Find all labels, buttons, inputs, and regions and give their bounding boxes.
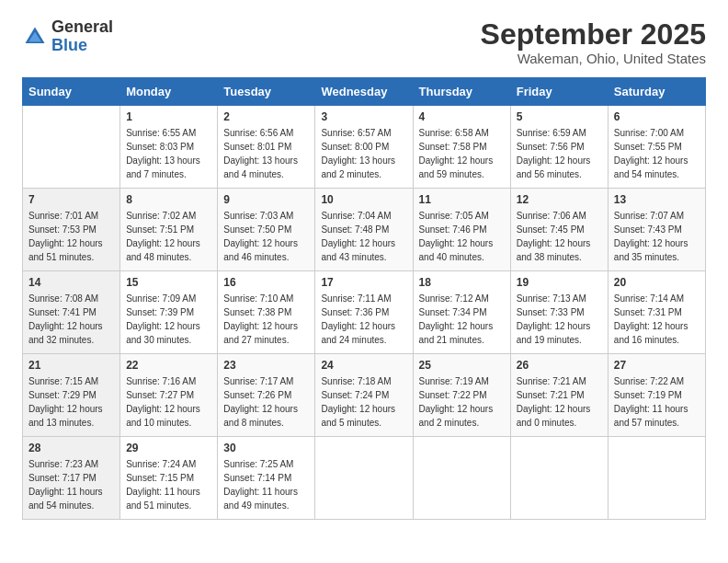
day-number: 4 [419,110,505,123]
header-monday: Monday [120,78,218,106]
calendar-cell: 10Sunrise: 7:04 AM Sunset: 7:48 PM Dayli… [315,189,413,271]
day-info: Sunrise: 6:55 AM Sunset: 8:03 PM Dayligh… [126,126,211,181]
day-info: Sunrise: 6:56 AM Sunset: 8:01 PM Dayligh… [223,126,309,181]
logo-icon [22,24,48,50]
day-info: Sunrise: 7:18 AM Sunset: 7:24 PM Dayligh… [321,374,406,430]
day-info: Sunrise: 7:03 AM Sunset: 7:50 PM Dayligh… [223,209,309,264]
day-info: Sunrise: 7:16 AM Sunset: 7:27 PM Dayligh… [126,374,211,430]
calendar-cell [510,437,608,520]
day-number: 10 [321,193,406,206]
day-info: Sunrise: 7:04 AM Sunset: 7:48 PM Dayligh… [321,209,406,264]
header-tuesday: Tuesday [218,78,315,106]
calendar-cell: 4Sunrise: 6:58 AM Sunset: 7:58 PM Daylig… [413,106,510,189]
calendar-cell: 13Sunrise: 7:07 AM Sunset: 7:43 PM Dayli… [608,189,705,271]
logo-blue-text: Blue [51,36,87,54]
day-info: Sunrise: 6:59 AM Sunset: 7:56 PM Dayligh… [517,126,602,181]
day-info: Sunrise: 7:11 AM Sunset: 7:36 PM Dayligh… [321,292,406,347]
calendar-cell [413,437,510,520]
calendar-cell: 21Sunrise: 7:15 AM Sunset: 7:29 PM Dayli… [23,354,120,437]
calendar-cell: 29Sunrise: 7:24 AM Sunset: 7:15 PM Dayli… [120,437,218,520]
calendar-cell: 18Sunrise: 7:12 AM Sunset: 7:34 PM Dayli… [413,271,510,354]
day-number: 19 [517,276,602,289]
calendar-cell [315,437,413,520]
day-number: 27 [614,359,700,372]
calendar-cell: 2Sunrise: 6:56 AM Sunset: 8:01 PM Daylig… [218,106,315,189]
calendar-cell: 22Sunrise: 7:16 AM Sunset: 7:27 PM Dayli… [120,354,218,437]
day-number: 20 [614,276,700,289]
day-number: 16 [223,276,309,289]
day-number: 14 [28,276,114,289]
day-info: Sunrise: 7:23 AM Sunset: 7:17 PM Dayligh… [28,457,114,512]
day-number: 7 [28,193,114,206]
day-number: 29 [126,442,211,454]
week-row-5: 28Sunrise: 7:23 AM Sunset: 7:17 PM Dayli… [23,437,706,520]
day-info: Sunrise: 7:07 AM Sunset: 7:43 PM Dayligh… [614,209,700,264]
week-row-3: 14Sunrise: 7:08 AM Sunset: 7:41 PM Dayli… [23,271,706,354]
calendar-cell: 16Sunrise: 7:10 AM Sunset: 7:38 PM Dayli… [218,271,315,354]
week-row-2: 7Sunrise: 7:01 AM Sunset: 7:53 PM Daylig… [23,189,706,271]
day-info: Sunrise: 7:01 AM Sunset: 7:53 PM Dayligh… [28,209,114,264]
day-number: 21 [28,359,114,372]
week-row-1: 1Sunrise: 6:55 AM Sunset: 8:03 PM Daylig… [23,106,706,189]
header-friday: Friday [510,78,608,106]
calendar-cell: 14Sunrise: 7:08 AM Sunset: 7:41 PM Dayli… [23,271,120,354]
calendar-cell: 5Sunrise: 6:59 AM Sunset: 7:56 PM Daylig… [510,106,608,189]
title-block: September 2025 Wakeman, Ohio, United Sta… [481,18,706,66]
day-info: Sunrise: 7:06 AM Sunset: 7:45 PM Dayligh… [517,209,602,264]
day-number: 30 [223,442,309,454]
calendar-cell: 20Sunrise: 7:14 AM Sunset: 7:31 PM Dayli… [608,271,705,354]
logo-general-text: General [51,17,113,36]
page-header: General Blue September 2025 Wakeman, Ohi… [22,18,706,66]
day-number: 13 [614,193,700,206]
calendar-subtitle: Wakeman, Ohio, United States [481,51,706,66]
day-info: Sunrise: 7:08 AM Sunset: 7:41 PM Dayligh… [28,292,114,347]
header-sunday: Sunday [23,78,120,106]
day-number: 2 [223,110,309,123]
day-number: 9 [223,193,309,206]
day-number: 18 [419,276,505,289]
calendar-cell: 3Sunrise: 6:57 AM Sunset: 8:00 PM Daylig… [315,106,413,189]
calendar-cell: 24Sunrise: 7:18 AM Sunset: 7:24 PM Dayli… [315,354,413,437]
calendar-cell: 8Sunrise: 7:02 AM Sunset: 7:51 PM Daylig… [120,189,218,271]
day-info: Sunrise: 7:02 AM Sunset: 7:51 PM Dayligh… [126,209,211,264]
day-number: 23 [223,359,309,372]
day-number: 8 [126,193,211,206]
day-info: Sunrise: 7:17 AM Sunset: 7:26 PM Dayligh… [223,374,309,430]
day-info: Sunrise: 6:58 AM Sunset: 7:58 PM Dayligh… [419,126,505,181]
calendar-cell: 6Sunrise: 7:00 AM Sunset: 7:55 PM Daylig… [608,106,705,189]
day-number: 3 [321,110,406,123]
day-number: 28 [28,442,114,454]
day-info: Sunrise: 7:05 AM Sunset: 7:46 PM Dayligh… [419,209,505,264]
day-number: 25 [419,359,505,372]
day-info: Sunrise: 7:24 AM Sunset: 7:15 PM Dayligh… [126,457,211,512]
day-info: Sunrise: 6:57 AM Sunset: 8:00 PM Dayligh… [321,126,406,181]
day-number: 15 [126,276,211,289]
calendar-cell: 12Sunrise: 7:06 AM Sunset: 7:45 PM Dayli… [510,189,608,271]
day-info: Sunrise: 7:12 AM Sunset: 7:34 PM Dayligh… [419,292,505,347]
day-number: 17 [321,276,406,289]
day-info: Sunrise: 7:25 AM Sunset: 7:14 PM Dayligh… [223,457,309,512]
day-number: 22 [126,359,211,372]
day-number: 5 [517,110,602,123]
calendar-cell: 7Sunrise: 7:01 AM Sunset: 7:53 PM Daylig… [23,189,120,271]
day-info: Sunrise: 7:15 AM Sunset: 7:29 PM Dayligh… [28,374,114,430]
calendar-cell: 1Sunrise: 6:55 AM Sunset: 8:03 PM Daylig… [120,106,218,189]
day-number: 1 [126,110,211,123]
day-number: 12 [517,193,602,206]
day-info: Sunrise: 7:13 AM Sunset: 7:33 PM Dayligh… [517,292,602,347]
day-number: 26 [517,359,602,372]
calendar-cell: 11Sunrise: 7:05 AM Sunset: 7:46 PM Dayli… [413,189,510,271]
calendar-cell: 25Sunrise: 7:19 AM Sunset: 7:22 PM Dayli… [413,354,510,437]
day-number: 24 [321,359,406,372]
calendar-table: SundayMondayTuesdayWednesdayThursdayFrid… [22,77,706,520]
calendar-cell: 17Sunrise: 7:11 AM Sunset: 7:36 PM Dayli… [315,271,413,354]
day-info: Sunrise: 7:21 AM Sunset: 7:21 PM Dayligh… [517,374,602,430]
calendar-cell: 26Sunrise: 7:21 AM Sunset: 7:21 PM Dayli… [510,354,608,437]
day-info: Sunrise: 7:22 AM Sunset: 7:19 PM Dayligh… [614,374,700,430]
day-number: 6 [614,110,700,123]
calendar-cell: 28Sunrise: 7:23 AM Sunset: 7:17 PM Dayli… [23,437,120,520]
header-thursday: Thursday [413,78,510,106]
day-info: Sunrise: 7:19 AM Sunset: 7:22 PM Dayligh… [419,374,505,430]
day-info: Sunrise: 7:10 AM Sunset: 7:38 PM Dayligh… [223,292,309,347]
calendar-cell [608,437,705,520]
